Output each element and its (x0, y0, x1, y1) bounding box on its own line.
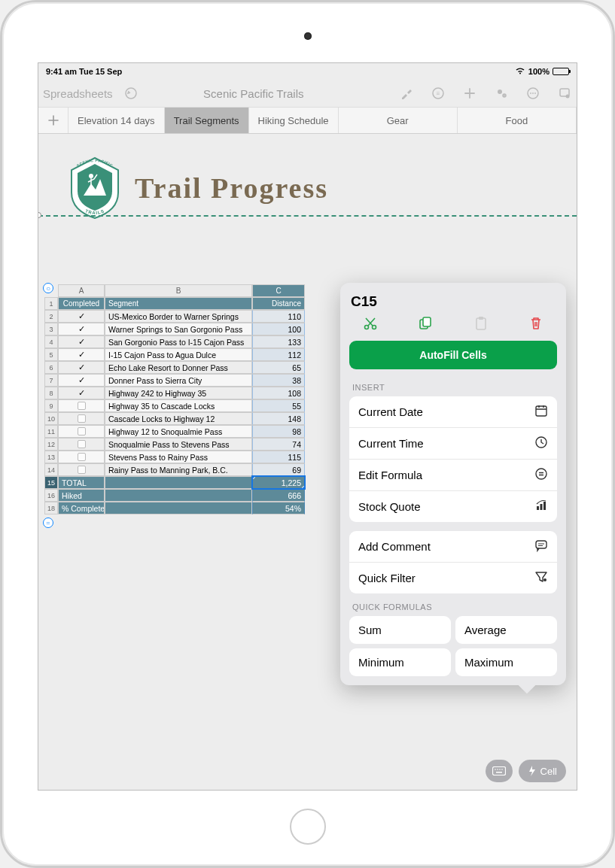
add-sheet-button[interactable] (38, 108, 69, 133)
cell-segment[interactable]: I-15 Cajon Pass to Agua Dulce (105, 348, 252, 361)
cell-distance[interactable]: 69 (252, 463, 305, 476)
summary-value-cell[interactable]: 54% (252, 502, 305, 514)
cell-completed[interactable]: ✓ (58, 387, 105, 399)
selection-handle[interactable] (302, 486, 305, 489)
row-header[interactable]: 6 (44, 361, 58, 374)
cell-distance[interactable]: 148 (252, 412, 305, 425)
canvas[interactable]: SCENIC PACIFIC TRAILS Trail Progress ○ A… (38, 134, 577, 790)
cell-completed[interactable]: ✓ (58, 348, 105, 361)
cell-distance[interactable]: 108 (252, 387, 305, 399)
delete-icon[interactable] (525, 316, 546, 335)
summary-spacer[interactable] (105, 489, 252, 502)
menu-item-current-date[interactable]: Current Date (349, 396, 557, 428)
home-button[interactable] (290, 809, 326, 845)
tab-elevation[interactable]: Elevation 14 days (69, 108, 165, 133)
cell-completed[interactable]: ✓ (58, 310, 105, 323)
cell-distance[interactable]: 133 (252, 335, 305, 348)
summary-spacer[interactable] (105, 476, 252, 489)
collaborate-icon[interactable] (494, 86, 509, 101)
menu-item-quick-filter[interactable]: Quick Filter (349, 563, 557, 593)
row-header[interactable]: 10 (44, 412, 58, 425)
row-header[interactable]: 8 (44, 387, 58, 399)
cell-completed[interactable]: ✓ (58, 374, 105, 387)
cell-segment[interactable]: San Gorgonio Pass to I-15 Cajon Pass (105, 335, 252, 348)
row-header[interactable]: 3 (44, 323, 58, 335)
cell-completed[interactable] (58, 399, 105, 412)
cell-segment[interactable]: Highway 12 to Snoqualmie Pass (105, 425, 252, 438)
cell-distance[interactable]: 65 (252, 361, 305, 374)
add-icon[interactable] (462, 86, 477, 101)
document-title[interactable]: Scenic Pacific Trails (139, 87, 399, 100)
row-header[interactable]: 1 (44, 297, 58, 310)
summary-value-cell[interactable]: 666 (252, 489, 305, 502)
cell-segment[interactable]: Donner Pass to Sierra City (105, 374, 252, 387)
row-header[interactable]: 12 (44, 438, 58, 451)
tab-food[interactable]: Food (458, 108, 577, 133)
summary-spacer[interactable] (105, 502, 252, 514)
menu-item-edit-formula[interactable]: Edit Formula (349, 460, 557, 491)
cell-segment[interactable]: Snoqualmie Pass to Stevens Pass (105, 438, 252, 451)
menu-item-current-time[interactable]: Current Time (349, 428, 557, 460)
autofill-button[interactable]: AutoFill Cells (349, 341, 557, 369)
row-header[interactable]: 14 (44, 463, 58, 476)
col-header-c[interactable]: C (252, 284, 305, 297)
col-header-b[interactable]: B (105, 284, 252, 297)
row-header[interactable]: 15 (44, 476, 58, 489)
format-brush-icon[interactable] (399, 86, 414, 101)
cell-distance[interactable]: 98 (252, 425, 305, 438)
table-formula-handle[interactable]: = (43, 517, 53, 528)
cell-segment[interactable]: Highway 242 to Highway 35 (105, 387, 252, 399)
cell-distance[interactable]: 38 (252, 374, 305, 387)
cell-distance[interactable]: 100 (252, 323, 305, 335)
row-header[interactable]: 18 (44, 502, 58, 514)
menu-item-stock-quote[interactable]: Stock Quote (349, 491, 557, 522)
cell-completed[interactable]: ✓ (58, 335, 105, 348)
cell-completed[interactable] (58, 425, 105, 438)
tab-hiking-schedule[interactable]: Hiking Schedule (249, 108, 339, 133)
row-header[interactable]: 13 (44, 451, 58, 463)
cell-distance[interactable]: 115 (252, 451, 305, 463)
row-header[interactable]: 7 (44, 374, 58, 387)
copy-icon[interactable] (415, 316, 436, 335)
menu-item-add-comment[interactable]: Add Comment (349, 531, 557, 563)
formula-minimum[interactable]: Minimum (349, 648, 451, 676)
formula-average[interactable]: Average (455, 616, 557, 644)
summary-value-cell[interactable]: 1,225 (252, 476, 305, 489)
summary-label-cell[interactable]: Hiked (58, 489, 105, 502)
keyboard-button[interactable] (486, 760, 513, 782)
formula-maximum[interactable]: Maximum (455, 648, 557, 676)
row-header[interactable]: 5 (44, 348, 58, 361)
header-completed[interactable]: Completed (58, 297, 105, 310)
table-select-handle[interactable]: ○ (43, 283, 53, 293)
cell-distance[interactable]: 110 (252, 310, 305, 323)
header-distance[interactable]: Distance (252, 297, 305, 310)
cell-completed[interactable] (58, 438, 105, 451)
row-header[interactable]: 9 (44, 399, 58, 412)
row-header[interactable]: 11 (44, 425, 58, 438)
cell-segment[interactable]: Rainy Pass to Manning Park, B.C. (105, 463, 252, 476)
summary-label-cell[interactable]: TOTAL (58, 476, 105, 489)
cell-segment[interactable]: Stevens Pass to Rainy Pass (105, 451, 252, 463)
header-segment[interactable]: Segment (105, 297, 252, 310)
cell-segment[interactable]: Cascade Locks to Highway 12 (105, 412, 252, 425)
back-button[interactable]: Spreadsheets (43, 87, 113, 100)
cell-distance[interactable]: 55 (252, 399, 305, 412)
cell-distance[interactable]: 74 (252, 438, 305, 451)
summary-label-cell[interactable]: % Completed (58, 502, 105, 514)
cell-completed[interactable]: ✓ (58, 361, 105, 374)
cell-completed[interactable] (58, 463, 105, 476)
more-icon[interactable] (525, 86, 540, 101)
cell-segment[interactable]: Echo Lake Resort to Donner Pass (105, 361, 252, 374)
selection-handle[interactable] (252, 476, 255, 479)
row-header[interactable]: 16 (44, 489, 58, 502)
row-header[interactable]: 4 (44, 335, 58, 348)
tab-gear[interactable]: Gear (339, 108, 458, 133)
cell-segment[interactable]: Highway 35 to Cascade Locks (105, 399, 252, 412)
cell-segment[interactable]: Warner Springs to San Gorgonio Pass (105, 323, 252, 335)
tab-trail-segments[interactable]: Trail Segments (165, 108, 249, 133)
spreadsheet-table[interactable]: ○ A B C 1 Completed Segment Distance 2✓U… (44, 284, 323, 514)
inspector-icon[interactable] (557, 86, 572, 101)
cut-icon[interactable] (360, 316, 381, 335)
comment-icon[interactable]: ≡ (431, 86, 446, 101)
formula-sum[interactable]: Sum (349, 616, 451, 644)
